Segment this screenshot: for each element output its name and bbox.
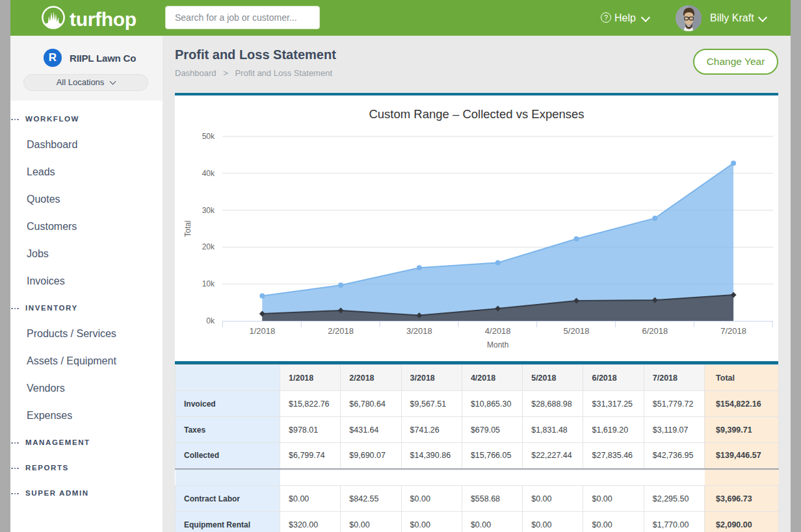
svg-text:Custom Range – Collected vs Ex: Custom Range – Collected vs Expenses: [369, 107, 584, 121]
svg-text:10k: 10k: [202, 279, 215, 288]
svg-text:5/2018: 5/2018: [564, 326, 590, 336]
svg-text:1/2018: 1/2018: [249, 326, 275, 336]
svg-text:20k: 20k: [202, 242, 215, 251]
svg-text:7/2018: 7/2018: [720, 326, 746, 336]
svg-text:30k: 30k: [202, 206, 215, 215]
svg-text:50k: 50k: [202, 132, 215, 141]
svg-text:2/2018: 2/2018: [328, 326, 354, 336]
svg-text:40k: 40k: [202, 169, 215, 178]
svg-text:Month: Month: [487, 340, 508, 349]
svg-text:6/2018: 6/2018: [642, 326, 668, 336]
svg-text:4/2018: 4/2018: [485, 326, 511, 336]
svg-text:Total: Total: [183, 220, 192, 236]
svg-text:3/2018: 3/2018: [406, 326, 432, 336]
svg-text:0k: 0k: [206, 316, 215, 325]
